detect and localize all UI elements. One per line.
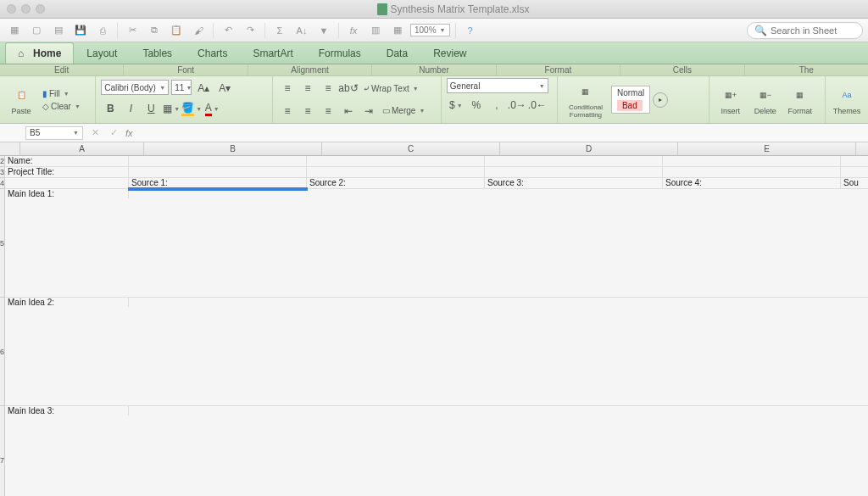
indent-inc-button[interactable]: ⇥	[359, 103, 378, 120]
style-bad[interactable]: Bad	[617, 100, 643, 111]
cell[interactable]: Source 1:	[129, 178, 307, 188]
clear-button[interactable]: ◇Clear▼	[40, 101, 83, 112]
cell[interactable]	[663, 167, 841, 177]
new-doc-icon[interactable]: ▢	[27, 21, 46, 40]
styles-more-button[interactable]: ▸	[653, 92, 668, 108]
paste-button[interactable]: 📋 Paste	[5, 79, 37, 121]
save-icon[interactable]: 💾	[71, 21, 90, 40]
align-bottom-button[interactable]: ≡	[319, 80, 337, 97]
delete-button[interactable]: ▦−Delete	[749, 79, 782, 121]
cell[interactable]	[485, 156, 663, 166]
redo-icon[interactable]: ↷	[241, 21, 259, 40]
align-right-button[interactable]: ≡	[319, 103, 337, 120]
show-formulas-icon[interactable]: ▥	[366, 21, 385, 40]
tab-layout[interactable]: Layout	[74, 42, 130, 64]
cell[interactable]: Main Idea 3:	[5, 406, 129, 415]
cell[interactable]: Name:	[5, 156, 129, 166]
tab-formulas[interactable]: Formulas	[306, 42, 374, 64]
cell[interactable]: Source 3:	[485, 178, 663, 188]
close-icon[interactable]	[7, 4, 16, 14]
row-header[interactable]: 6	[0, 298, 4, 406]
cell[interactable]: Source 4:	[663, 178, 841, 188]
cell[interactable]: Source 2:	[307, 178, 485, 188]
align-top-button[interactable]: ≡	[278, 80, 297, 97]
tab-home[interactable]: ⌂Home	[5, 42, 74, 64]
search-input[interactable]	[771, 25, 855, 36]
row-header[interactable]: 3	[0, 167, 4, 178]
align-left-button[interactable]: ≡	[278, 103, 297, 120]
cell[interactable]	[307, 167, 485, 177]
format-button[interactable]: ▦Format	[784, 79, 816, 121]
select-all-corner[interactable]	[0, 142, 20, 156]
cell[interactable]	[129, 156, 307, 166]
border-button[interactable]: ▦▼	[162, 100, 181, 117]
chart-icon[interactable]: ▦	[388, 21, 407, 40]
col-header-a[interactable]: A	[20, 142, 144, 155]
percent-button[interactable]: %	[467, 97, 486, 114]
currency-button[interactable]: $▼	[447, 97, 465, 114]
home-page-icon[interactable]: ▦	[5, 21, 24, 40]
filter-icon[interactable]: ▼	[314, 21, 333, 40]
paste-icon[interactable]: 📋	[167, 21, 186, 40]
underline-button[interactable]: U	[142, 100, 160, 117]
increase-decimal-button[interactable]: .0→	[508, 97, 526, 114]
formula-input[interactable]	[138, 126, 834, 140]
cell[interactable]	[485, 167, 663, 177]
cell[interactable]: Sou	[841, 178, 868, 188]
row-header[interactable]: 7	[0, 406, 4, 496]
italic-button[interactable]: I	[121, 100, 140, 117]
grow-font-button[interactable]: A▴	[194, 80, 213, 97]
row-header[interactable]: 2	[0, 156, 4, 167]
align-middle-button[interactable]: ≡	[298, 80, 317, 97]
insert-button[interactable]: ▦+Insert	[715, 79, 747, 121]
cell[interactable]	[307, 156, 485, 166]
help-icon[interactable]: ?	[461, 21, 480, 40]
tab-review[interactable]: Review	[420, 42, 479, 64]
conditional-formatting-button[interactable]: ▦ Conditional Formatting	[563, 79, 609, 121]
number-format-select[interactable]: General▼	[447, 78, 548, 93]
cell[interactable]	[129, 167, 307, 177]
autosum-icon[interactable]: Σ	[270, 21, 289, 40]
row-header[interactable]: 5	[0, 189, 4, 298]
col-header-e[interactable]: E	[678, 142, 856, 155]
fill-button[interactable]: ▮Fill▼	[40, 88, 83, 99]
style-normal[interactable]: Normal	[617, 88, 644, 98]
themes-button[interactable]: AaThemes	[831, 79, 863, 121]
cell[interactable]	[5, 178, 129, 188]
undo-icon[interactable]: ↶	[219, 21, 237, 40]
cell[interactable]: Main Idea 2:	[5, 298, 129, 307]
tab-charts[interactable]: Charts	[185, 42, 240, 64]
bold-button[interactable]: B	[101, 100, 120, 117]
grid[interactable]: Name: Project Title: Source 1: Source 2:…	[5, 156, 868, 496]
wrap-text-button[interactable]: ⤶Wrap Text▼	[359, 80, 422, 97]
zoom-icon[interactable]	[36, 4, 45, 14]
comma-button[interactable]: ,	[487, 97, 506, 114]
row-header[interactable]: 4	[0, 178, 4, 189]
cut-icon[interactable]: ✂	[123, 21, 142, 40]
print-icon[interactable]: ⎙	[93, 21, 112, 40]
merge-button[interactable]: ▭Merge▼	[380, 103, 427, 120]
col-header-c[interactable]: C	[322, 142, 500, 155]
format-painter-icon[interactable]: 🖌	[189, 21, 208, 40]
col-header-d[interactable]: D	[500, 142, 678, 155]
indent-dec-button[interactable]: ⇤	[339, 103, 358, 120]
align-center-button[interactable]: ≡	[298, 103, 317, 120]
minimize-icon[interactable]	[21, 4, 31, 14]
cell[interactable]: Project Title:	[5, 167, 129, 177]
cancel-icon[interactable]: ✕	[88, 127, 102, 138]
tab-smartart[interactable]: SmartArt	[240, 42, 305, 64]
search-box[interactable]: 🔍	[747, 22, 863, 39]
tab-tables[interactable]: Tables	[130, 42, 185, 64]
tab-data[interactable]: Data	[374, 42, 420, 64]
fx-icon[interactable]: fx	[344, 21, 363, 40]
window-controls[interactable]	[7, 4, 45, 14]
orientation-button[interactable]: ab↺	[339, 80, 358, 97]
font-color-button[interactable]: A▼	[203, 100, 221, 117]
copy-icon[interactable]: ⧉	[145, 21, 164, 40]
zoom-select[interactable]: 100%▼	[410, 24, 450, 36]
font-size-select[interactable]: 11▼	[171, 80, 192, 95]
confirm-icon[interactable]: ✓	[107, 127, 120, 138]
decrease-decimal-button[interactable]: .0←	[528, 97, 547, 114]
fx-icon[interactable]: fx	[125, 128, 133, 138]
open-icon[interactable]: ▤	[49, 21, 68, 40]
